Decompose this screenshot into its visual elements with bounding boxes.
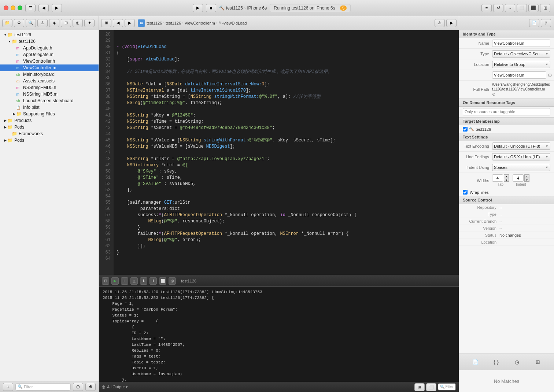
console-step-over-button[interactable]: ⬇ [140,277,147,285]
encoding-select[interactable]: Default - Unicode (UTF-8) ▼ [492,143,550,150]
inspector-quick-button[interactable]: ? [541,19,551,27]
titlebar: ☰ ◀ ▶ ▶ ■ 🔨 test1126 › iPhone 6s Running… [0,0,554,16]
layout-forward-button[interactable]: → [505,4,515,12]
repository-row: Repository -- [459,204,554,211]
breadcrumb-item-2[interactable]: test1126 [166,21,181,25]
layout-assistant-button[interactable]: ⬛ [528,4,539,12]
indent-using-select[interactable]: Spaces ▼ [492,164,550,171]
target-checkbox[interactable] [463,127,468,132]
sidebar-branch-button[interactable]: ✦ [84,19,95,27]
type-select[interactable]: Default - Objective-C Sou... ▼ [492,50,550,58]
sidebar-folder-icon[interactable]: 📁 [2,19,12,27]
fullpath-copy-icon[interactable]: ⊙ [492,92,495,96]
tab-stepper-down[interactable]: ▼ [504,178,509,182]
filename-field-row: ⊙ [459,70,554,81]
layout-back-button[interactable]: ↺ [493,4,503,12]
console-step-up-button[interactable]: ⬆ [149,277,157,285]
sidebar-tree: ▾ 📁 test1126 ▾ 📁 test1126 m AppDelegate.… [0,30,99,381]
inspector-code-icon[interactable]: { } [491,357,501,367]
editor-jump-button[interactable]: ⊞ [101,19,111,27]
sidebar-toolbar: 📁 ⚙ 🔍 ⚠ ◈ ⊞ ◎ ✦ [0,16,99,30]
sidebar-item-nsstring-md5-m[interactable]: m NSString+MD5.m [0,91,99,97]
fullscreen-button[interactable] [18,5,22,10]
tab-width-input[interactable] [492,174,503,182]
console-split-button[interactable]: ⊞ [414,383,425,391]
sidebar-item-frameworks[interactable]: 📁 Frameworks [0,130,99,137]
sidebar-filter-placeholder: Filter [24,385,33,389]
tab-stepper-up[interactable]: ▲ [504,174,509,178]
layout-editor-button[interactable]: ⬜ [517,4,527,12]
inspector-file-button[interactable]: 📄 [529,19,539,27]
console-filter[interactable]: 🔍 Filter [438,383,456,391]
sidebar-warning-button[interactable]: ⚠ [37,19,48,27]
sidebar-item-main-storyboard[interactable]: sb Main.storyboard [0,71,99,78]
sidebar-hierarchy-button[interactable]: ⚙ [14,19,24,27]
breadcrumb-item-4[interactable]: M -viewDidLoad [218,21,247,25]
console-output-selector[interactable]: 🗑 All Output ▾ [102,385,128,389]
filename-input[interactable] [492,71,546,79]
next-button[interactable]: ▶ [52,4,62,12]
sidebar-search-button[interactable]: 🔍 [26,19,36,27]
breadcrumb-item-3[interactable]: ViewController.m [185,21,215,25]
console-pause-button[interactable]: ⏸ [121,277,128,285]
sidebar-history-button[interactable]: ◎ [73,19,83,27]
code-content[interactable]: - (void)viewDidLoad { [super viewDidLoad… [114,30,459,275]
line-endings-select[interactable]: Default - OS X / Unix (LF) ▼ [492,153,550,160]
sidebar-recent-button[interactable]: ◷ [73,383,83,391]
sidebar-item-products[interactable]: ▶ 📁 Products [0,117,99,124]
sidebar-item-pods-2[interactable]: ▶ 📁 Pods [0,137,99,144]
editor-back-button[interactable]: ◀ [113,19,123,27]
code-editor[interactable]: 2829303132 3334353637 3839404142 4344454… [99,30,459,275]
indent-stepper-down[interactable]: ▼ [524,178,529,182]
console-location-button[interactable]: ◎ [169,277,176,285]
sidebar-toggle-button[interactable]: ☰ [25,4,36,12]
inspector-clock-icon[interactable]: ◷ [512,357,522,367]
console-expand-button[interactable]: ⬜ [426,383,436,391]
repository-label: Repository [463,205,499,210]
sidebar-item-test1126-root[interactable]: ▾ 📁 test1126 [0,32,99,38]
sidebar-item-appdelegate-h[interactable]: m AppDelegate.h [0,45,99,51]
sidebar-item-viewcontroller-m[interactable]: m ViewController.m [0,64,99,71]
file-browse-icon[interactable]: ⊙ [548,72,552,78]
inspector-grid-icon[interactable]: ⊞ [533,357,543,367]
editor-warning-button[interactable]: ⚠ [435,19,445,27]
tags-input[interactable] [463,108,550,115]
editor-forward-button[interactable]: ▶ [125,19,135,27]
layout-list-button[interactable]: ≡ [481,4,492,12]
sidebar-item-test1126-sub[interactable]: ▾ 📁 test1126 [0,38,99,45]
indent-width-input[interactable] [513,174,524,182]
wrap-checkbox[interactable] [463,190,468,195]
sidebar-add-button[interactable]: ⊕ [85,383,96,391]
close-button[interactable] [4,5,8,10]
sidebar-item-supporting-files[interactable]: ▶ 📁 Supporting Files [0,111,99,117]
breadcrumb-item-1[interactable]: test1126 [147,21,162,25]
prev-button[interactable]: ◀ [38,4,49,12]
sidebar-item-launchscreen-storyboard[interactable]: sb LaunchScreen.storyboard [0,97,99,104]
titlebar-right: ≡ ↺ → ⬜ ⬛ ◫ [481,4,550,12]
sidebar-item-pods[interactable]: ▶ 📁 Pods [0,124,99,130]
stop-button[interactable]: ■ [206,4,216,12]
console-toggle-button[interactable]: ⊟ [102,277,109,285]
minimize-button[interactable] [11,5,15,10]
add-file-button[interactable]: + [3,383,13,391]
sidebar-item-assets-xcassets[interactable]: 🗂 Assets.xcassets [0,78,99,84]
sidebar-item-nsstring-md5-h[interactable]: m NSString+MD5.h [0,84,99,91]
editor-toolbar: ⊞ ◀ ▶ m test1126 › test1126 › ViewContro… [99,16,459,30]
name-input[interactable] [492,40,550,47]
sidebar-item-info-plist[interactable]: 📋 Info.plist [0,104,99,111]
layout-version-button[interactable]: ◫ [540,4,550,12]
sc-location-value [499,240,550,244]
run-button[interactable]: ▶ [193,4,203,12]
inspector-file-icon[interactable]: 📄 [470,357,480,367]
console-view-button[interactable]: ⬜ [159,277,166,285]
editor-next-warning-button[interactable]: ▶ [446,19,457,27]
location-select[interactable]: Relative to Group ▼ [492,61,550,68]
sidebar-item-appdelegate-m[interactable]: m AppDelegate.m [0,51,99,58]
sidebar-grid-button[interactable]: ⊞ [61,19,71,27]
console-play-button[interactable]: ▶ [111,277,119,285]
console-step-button[interactable]: △ [130,277,138,285]
sidebar-diff-button[interactable]: ◈ [49,19,59,27]
console-toolbar: ⊟ ▶ ⏸ △ ⬇ ⬆ ⬜ ◎ test1126 [99,275,459,287]
sidebar-item-viewcontroller-h[interactable]: m ViewController.h [0,58,99,64]
indent-stepper-up[interactable]: ▲ [524,174,529,178]
